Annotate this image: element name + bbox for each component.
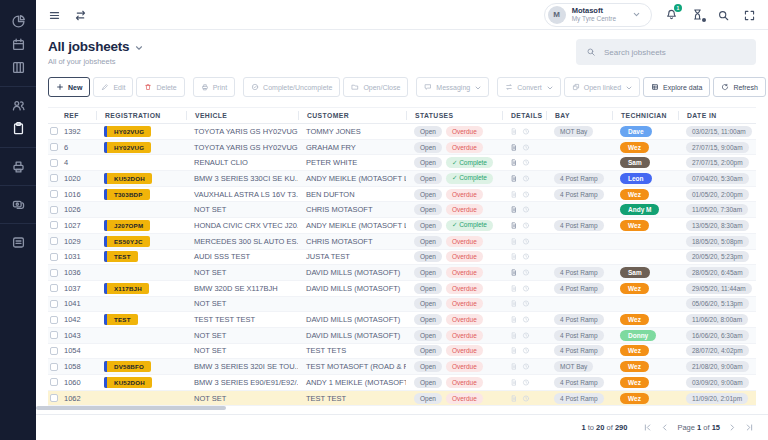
ref-value: 1062 <box>64 394 81 403</box>
table-row[interactable]: 1041 NOT SET OpenOverdue 05/06/20, 5:13p… <box>48 297 756 313</box>
column-header[interactable]: DATE IN <box>678 111 756 120</box>
column-header[interactable]: TECHNICIAN <box>612 111 678 120</box>
table-row[interactable]: 1043 NOT SET DAVID MILLS (MOTASOFT) Open… <box>48 328 756 344</box>
row-checkbox[interactable] <box>50 221 58 229</box>
table-row[interactable]: 1054 NOT SET TEST TETS OpenOverdue 4 Pos… <box>48 344 756 360</box>
row-checkbox[interactable] <box>50 316 58 324</box>
sidebar-item-customers[interactable] <box>11 98 26 113</box>
global-search-button[interactable] <box>717 8 730 21</box>
toolbar: NewEditDeletePrintComplete/UncompleteOpe… <box>48 76 756 98</box>
toolbar-button-complete-uncomplete[interactable]: Complete/Uncomplete <box>243 77 340 97</box>
last-page-button[interactable] <box>745 423 754 432</box>
table-row[interactable]: 1060 KU52DOH BMW 3 SERIES E90/E91/E92/..… <box>48 375 756 391</box>
technician-cell: Sam <box>612 267 678 278</box>
date-in-cell: 18/05/20, 5:08pm <box>678 236 756 247</box>
date-in-cell: 21/08/20, 9:00am <box>678 361 756 372</box>
toolbar-button-convert[interactable]: Convert <box>497 77 561 97</box>
row-checkbox[interactable] <box>50 253 58 261</box>
column-header[interactable]: STATUSES <box>406 111 502 120</box>
sidebar-item-jobsheets[interactable] <box>11 121 26 136</box>
toolbar-button-messaging[interactable]: Messaging <box>416 77 489 97</box>
column-header[interactable]: BAY <box>546 111 612 120</box>
next-page-button[interactable] <box>728 423 737 432</box>
table-row[interactable]: 1036 NOT SET DAVID MILLS (MOTASOFT) Open… <box>48 265 756 281</box>
fullscreen-button[interactable] <box>743 8 756 21</box>
toolbar-button-print[interactable]: Print <box>193 77 235 97</box>
row-checkbox[interactable] <box>50 174 58 182</box>
toolbar-button-new[interactable]: New <box>48 77 90 97</box>
pending-tasks-button[interactable] <box>691 8 704 21</box>
row-checkbox[interactable] <box>50 331 58 339</box>
table-row[interactable]: 1026 NOT SET CHRIS MOTASOFT OpenOverdue … <box>48 202 756 218</box>
first-page-button[interactable] <box>643 423 652 432</box>
toolbar-button-delete[interactable]: Delete <box>136 77 184 97</box>
customer-value: BEN DUFTON <box>298 190 406 199</box>
search-input[interactable] <box>604 48 746 57</box>
previous-page-button[interactable] <box>660 423 669 432</box>
row-checkbox[interactable] <box>50 269 58 277</box>
sidebar-item-printing[interactable] <box>11 159 26 174</box>
toolbar-button-edit[interactable]: Edit <box>93 77 133 97</box>
column-header[interactable]: VEHICLE <box>186 111 298 120</box>
table-row[interactable]: 1392 HY02VUG TOYOTA YARIS GS HY02VUG TOM… <box>48 124 756 140</box>
pencil-icon <box>101 83 109 91</box>
column-header[interactable]: REF <box>48 112 96 119</box>
table-row[interactable]: 1016 T303BDP VAUXHALL ASTRA LS 16V T3...… <box>48 187 756 203</box>
row-checkbox[interactable] <box>50 237 58 245</box>
row-checkbox[interactable] <box>50 206 58 214</box>
row-checkbox[interactable] <box>50 284 58 292</box>
customer-value: ANDY MEIKLE (MOTASOFT L... <box>298 221 406 230</box>
notifications-button[interactable]: 1 <box>665 8 678 21</box>
row-checkbox[interactable] <box>50 363 58 371</box>
row-checkbox[interactable] <box>50 378 58 386</box>
row-checkbox[interactable] <box>50 127 58 135</box>
refresh-icon <box>721 83 729 91</box>
table-row[interactable]: 1020 KU52DOH BMW 3 SERIES 330CI SE KU...… <box>48 171 756 187</box>
row-checkbox[interactable] <box>50 143 58 151</box>
sidebar-item-planner[interactable] <box>11 60 26 75</box>
row-checkbox[interactable] <box>50 190 58 198</box>
status-badge-overdue: Overdue <box>446 330 483 341</box>
vehicle-value: RENAULT CLIO <box>186 158 298 167</box>
sidebar-item-records[interactable] <box>11 235 26 250</box>
clock-icon <box>522 252 530 261</box>
row-checkbox[interactable] <box>50 300 58 308</box>
toolbar-button-refresh[interactable]: Refresh <box>713 77 766 97</box>
table-row[interactable]: 4 RENAULT CLIO PETER WHITE Open✓ Complet… <box>48 155 756 171</box>
clock-icon <box>522 331 530 340</box>
table-row[interactable]: 1031 TEST AUDI SSS TEST JUSTA TEST OpenO… <box>48 250 756 266</box>
table-row[interactable]: 1042 TEST TEST TEST TEST DAVID MILLS (MO… <box>48 312 756 328</box>
toolbar-button-open-linked[interactable]: Open linked <box>564 77 640 97</box>
sidebar-item-reports[interactable] <box>11 14 26 29</box>
table-row[interactable]: 1058 DV58BFO BMW 3 SERIES 320I SE TOU...… <box>48 359 756 375</box>
toolbar-button-explore-data[interactable]: Explore data <box>643 77 710 97</box>
jobsheet-view-selector[interactable]: All jobsheets <box>48 39 144 54</box>
column-header[interactable]: CUSTOMER <box>298 111 406 120</box>
table-row[interactable]: 6 HY02VUG TOYOTA YARIS GS HY02VUG GRAHAM… <box>48 140 756 156</box>
technician-badge: Wez <box>620 377 649 388</box>
row-checkbox[interactable] <box>50 347 58 355</box>
caret-down-icon <box>474 84 481 91</box>
search-box[interactable] <box>576 39 756 65</box>
hamburger-menu-icon[interactable] <box>48 8 61 21</box>
row-checkbox[interactable] <box>50 394 58 402</box>
column-header[interactable]: REGISTRATION <box>96 111 186 120</box>
transfer-arrows-icon[interactable] <box>74 8 87 21</box>
details-icons <box>502 221 546 230</box>
table-row[interactable]: 1037 X117BJH BMW 320D SE X117BJH DAVID M… <box>48 281 756 297</box>
document-icon <box>510 346 518 355</box>
table-row[interactable]: 1027 J207OPM HONDA CIVIC CRX VTEC J20...… <box>48 218 756 234</box>
row-checkbox[interactable] <box>50 159 58 167</box>
vehicle-value: BMW 3 SERIES 330CI SE KU... <box>186 174 298 183</box>
column-header[interactable]: DETAILS <box>502 111 546 120</box>
account-switcher[interactable]: M Motasoft My Tyre Centre <box>544 3 652 27</box>
sidebar-item-diary[interactable] <box>11 37 26 52</box>
vehicle-value: NOT SET <box>186 346 298 355</box>
registration-plate: KU52DOH <box>104 173 152 184</box>
status-badge-open: Open <box>414 330 442 341</box>
toolbar-button-open-close[interactable]: Open/Close <box>343 77 408 97</box>
table-header-row: REFREGISTRATIONVEHICLECUSTOMERSTATUSESDE… <box>48 107 756 124</box>
table-row[interactable]: 1029 ES50YJC MERCEDES 300 SL AUTO ES... … <box>48 234 756 250</box>
horizontal-scrollbar-thumb[interactable] <box>36 406 226 410</box>
sidebar-item-payments[interactable] <box>11 197 26 212</box>
